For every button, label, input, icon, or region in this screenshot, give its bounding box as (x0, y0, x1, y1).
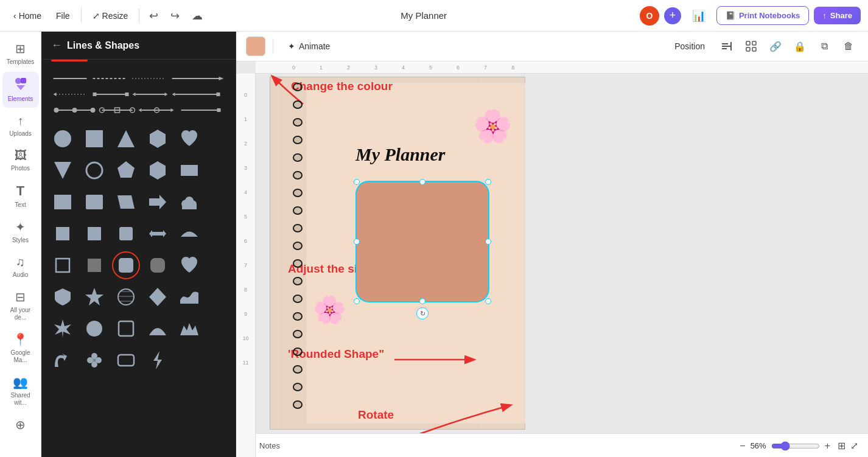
handle-ml[interactable] (354, 239, 360, 245)
shape-sq-small3[interactable] (112, 220, 140, 248)
undo-button[interactable]: ↩ (144, 5, 163, 26)
redo-button[interactable]: ↪ (166, 5, 184, 26)
shape-lightning[interactable] (144, 346, 172, 374)
color-swatch[interactable] (246, 37, 265, 56)
canvas-area[interactable]: ✦ Animate Position (236, 32, 868, 457)
sidebar-item-templates[interactable]: ⊞ Templates (2, 37, 39, 71)
shape-circle-outline[interactable] (80, 156, 108, 184)
shape-circle-hatched[interactable] (112, 283, 140, 311)
resize-button[interactable]: ⤢ Resize (86, 7, 135, 24)
canvas-viewport[interactable]: 0 1 2 3 4 5 6 7 8 0 1 2 3 4 5 6 7 8 (236, 61, 868, 457)
shape-pentagon[interactable] (112, 156, 140, 184)
shape-star4[interactable] (49, 315, 77, 343)
animate-button[interactable]: ✦ Animate (281, 38, 337, 55)
shape-arrow-right[interactable] (144, 188, 172, 216)
zoom-out-button[interactable]: − (740, 441, 745, 452)
shape-sq-dark[interactable] (80, 251, 108, 279)
stats-button[interactable]: 📊 (686, 5, 712, 26)
sidebar-item-audio[interactable]: ♫ Audio (2, 250, 39, 284)
svg-marker-36 (54, 162, 71, 179)
handle-bm[interactable] (419, 298, 425, 304)
shape-rect3[interactable] (49, 188, 77, 216)
shape-mountain[interactable] (175, 315, 203, 343)
file-button[interactable]: File (50, 7, 76, 24)
shape-shield[interactable] (49, 283, 77, 311)
shape-down-triangle[interactable] (49, 156, 77, 184)
share-button[interactable]: ↑ Share (814, 7, 861, 24)
shape-heart2[interactable] (175, 251, 203, 279)
shape-triangle[interactable] (112, 125, 140, 153)
add-collaborator-button[interactable]: + (664, 7, 681, 24)
shape-hexagon2[interactable] (144, 156, 172, 184)
delete-icon-btn[interactable]: 🗑 (839, 37, 858, 56)
handle-bl[interactable] (354, 298, 360, 304)
handle-br[interactable] (485, 298, 491, 304)
shape-empty9 (207, 346, 235, 374)
sidebar-item-photos[interactable]: 🖼 Photos (2, 144, 39, 177)
shape-cloud[interactable] (175, 188, 203, 216)
shape-sq-small[interactable] (49, 220, 77, 248)
shape-sq-outline[interactable] (49, 251, 77, 279)
zoom-slider[interactable] (771, 441, 820, 451)
line-row-1[interactable] (49, 74, 228, 83)
nav-divider-2 (139, 9, 139, 23)
shape-rect2[interactable] (175, 156, 203, 184)
shape-rect4[interactable] (80, 188, 108, 216)
save-status-button[interactable]: ☁ (187, 5, 208, 26)
line-row-2[interactable] (49, 89, 228, 99)
shape-bump[interactable] (175, 220, 203, 248)
sidebar-item-shared[interactable]: 👥 Shared wit... (2, 370, 39, 411)
svg-rect-53 (56, 259, 69, 272)
sidebar-item-styles[interactable]: ✦ Styles (2, 215, 39, 249)
rotate-handle[interactable]: ↻ (416, 307, 429, 319)
main-layout: ⊞ Templates Elements ↑ Uploads 🖼 Photos … (0, 32, 868, 457)
shape-arrow-left-right[interactable] (144, 220, 172, 248)
shape-flower[interactable] (80, 346, 108, 374)
shape-rect-rounded3[interactable] (112, 346, 140, 374)
fullscreen-button[interactable]: ⤢ (850, 440, 858, 452)
grid-view-button[interactable]: ⊞ (838, 440, 845, 452)
sidebar-item-googlemap[interactable]: 📍 Google Ma... (2, 327, 39, 369)
shape-sq-small2[interactable] (80, 220, 108, 248)
shape-arrow-curved[interactable] (49, 346, 77, 374)
panel-scroll[interactable] (41, 69, 236, 457)
planner-title[interactable]: My Planner (355, 144, 446, 165)
line-row-3[interactable] (49, 105, 228, 115)
sidebar-item-text[interactable]: T Text (2, 178, 39, 214)
lock-icon-btn[interactable]: 🔒 (790, 37, 810, 56)
shape-circle[interactable] (49, 125, 77, 153)
shape-star[interactable] (80, 283, 108, 311)
link-icon-btn[interactable]: 🔗 (766, 37, 785, 56)
selected-shape[interactable]: ↻ (355, 181, 489, 302)
shape-hexagon[interactable] (144, 125, 172, 153)
sidebar-item-alldata[interactable]: ⊟ All your de... (2, 285, 39, 326)
shape-circle2[interactable] (80, 315, 108, 343)
user-avatar[interactable]: O (640, 6, 659, 26)
sidebar-item-uploads[interactable]: ↑ Uploads (2, 109, 39, 142)
grid-icon-btn[interactable] (741, 37, 761, 56)
shape-arc[interactable] (144, 315, 172, 343)
copy-icon-btn[interactable]: ⧉ (814, 37, 834, 56)
sidebar-item-more[interactable]: ⊕ (2, 413, 39, 437)
shape-rounded-square-selected[interactable] (112, 251, 140, 279)
shape-heart[interactable] (175, 125, 203, 153)
shape-sq-outline2[interactable] (112, 315, 140, 343)
handle-tl[interactable] (354, 179, 360, 185)
panel-title: Lines & Shapes (67, 40, 226, 51)
sidebar-item-elements[interactable]: Elements (2, 72, 39, 108)
panel-back-button[interactable]: ← (51, 39, 62, 52)
shape-parallelogram[interactable] (112, 188, 140, 216)
handle-mr[interactable] (485, 239, 491, 245)
zoom-in-button[interactable]: + (825, 441, 830, 452)
home-button[interactable]: ‹ Home (7, 7, 47, 24)
handle-tr[interactable] (485, 179, 491, 185)
print-notebooks-button[interactable]: 📓 Print Notebooks (716, 6, 809, 25)
position-button[interactable]: Position (667, 38, 712, 55)
svg-point-65 (86, 321, 102, 337)
shape-sq-rounded2[interactable] (144, 251, 172, 279)
shape-square[interactable] (80, 125, 108, 153)
handle-tm[interactable] (419, 179, 425, 185)
shape-wave[interactable] (175, 283, 203, 311)
align-icon-btn[interactable] (717, 37, 737, 56)
shape-diamond[interactable] (144, 283, 172, 311)
